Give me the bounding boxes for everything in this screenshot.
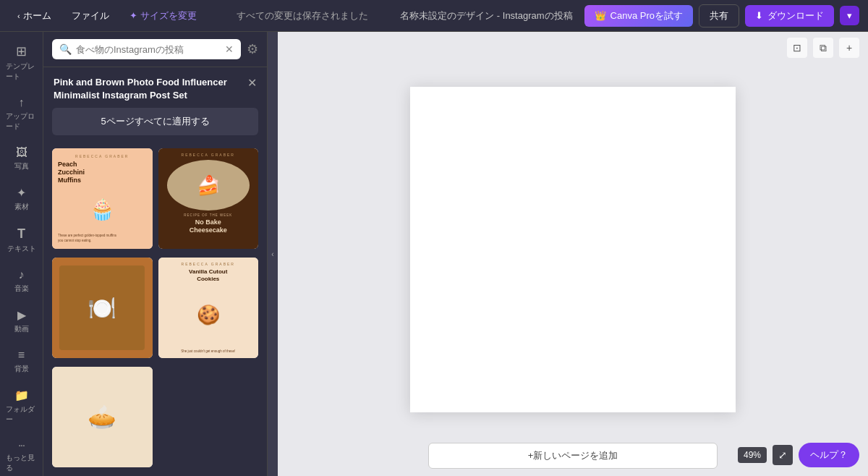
zoom-fit-button[interactable]: ⤢ <box>773 445 793 465</box>
close-template-set-button[interactable]: ✕ <box>247 76 257 90</box>
search-bar: 🔍 ✕ ⚙ <box>43 32 267 67</box>
main-content: ⊞ テンプレート ↑ アップロード 🖼 写真 ✦ 素材 T テキスト ♪ 音楽 … <box>0 32 868 476</box>
template-icon: ⊞ <box>16 43 27 59</box>
template-thumbnail-2[interactable]: REBECCA GRABER 🍰 RECIPE OF THE WEEK No B… <box>158 148 259 249</box>
filter-button[interactable]: ⚙ <box>247 41 258 57</box>
background-icon: ≡ <box>18 349 25 362</box>
sidebar-item-more[interactable]: ··· もっと見る <box>3 433 41 476</box>
canvas-page[interactable] <box>410 87 736 412</box>
sidebar-icons: ⊞ テンプレート ↑ アップロード 🖼 写真 ✦ 素材 T テキスト ♪ 音楽 … <box>0 32 43 476</box>
canvas-toolbar: ⊡ ⧉ + <box>278 32 868 64</box>
pro-trial-button[interactable]: 👑 Canva Proを試す <box>584 5 693 27</box>
sidebar-item-elements[interactable]: ✦ 素材 <box>3 180 41 218</box>
zoom-level-display: 49% <box>738 447 767 463</box>
file-button[interactable]: ファイル <box>63 5 118 27</box>
share-button[interactable]: 共有 <box>699 4 739 27</box>
help-button[interactable]: ヘルプ？ <box>799 443 859 467</box>
add-element-button[interactable]: + <box>839 38 859 58</box>
template-set-header: Pink and Brown Photo Food Influencer Min… <box>43 67 267 108</box>
crown-icon: 👑 <box>595 10 606 21</box>
collapse-icon: ‹ <box>271 250 273 258</box>
search-input-wrap[interactable]: 🔍 ✕ <box>52 39 241 59</box>
sidebar-item-background[interactable]: ≡ 背景 <box>3 343 41 380</box>
add-page-button[interactable]: +新しいページを追加 <box>428 443 718 469</box>
canvas-wrap <box>278 64 868 435</box>
template-thumbnail-1[interactable]: REBECCA GRABER PeachZucchiniMuffins 🧁 Th… <box>52 148 153 249</box>
text-icon: T <box>17 226 25 242</box>
clear-search-button[interactable]: ✕ <box>225 43 234 55</box>
resize-icon: ✦ <box>129 10 137 21</box>
template-thumbnail-5[interactable]: 🥧 <box>52 367 153 467</box>
sidebar-item-music[interactable]: ♪ 音楽 <box>3 263 41 299</box>
copy-icon: ⧉ <box>820 42 827 54</box>
music-icon: ♪ <box>19 268 25 281</box>
sidebar-item-template[interactable]: ⊞ テンプレート <box>3 38 41 88</box>
save-status: すべての変更は保存されました <box>237 9 368 22</box>
template-panel: 🔍 ✕ ⚙ Pink and Brown Photo Food Influenc… <box>43 32 268 476</box>
resize-button[interactable]: ✦ サイズを変更 <box>121 5 205 27</box>
templates-grid: REBECCA GRABER PeachZucchiniMuffins 🧁 Th… <box>43 143 267 476</box>
template-set-title: Pink and Brown Photo Food Influencer Min… <box>54 76 247 102</box>
photo-icon: 🖼 <box>16 146 27 159</box>
sidebar-item-folder[interactable]: 📁 フォルダー <box>3 383 41 430</box>
folder-icon: 📁 <box>14 388 29 402</box>
more-icon: ··· <box>18 439 25 451</box>
apply-all-pages-button[interactable]: 5ページすべてに適用する <box>52 108 258 135</box>
chevron-down-icon: ▾ <box>847 10 852 21</box>
template-thumbnail-4[interactable]: REBECCA GRABER Vanilla CutoutCookies 🍪 S… <box>158 258 259 358</box>
search-input[interactable] <box>76 44 221 55</box>
frame-tool-button[interactable]: ⊡ <box>787 38 807 58</box>
sidebar-item-video[interactable]: ▶ 動画 <box>3 302 41 340</box>
download-dropdown-button[interactable]: ▾ <box>840 6 859 25</box>
back-arrow-icon: ‹ <box>17 12 20 20</box>
plus-icon: + <box>846 42 852 54</box>
top-navigation: ‹ ホーム ファイル ✦ サイズを変更 すべての変更は保存されました 名称未設定… <box>0 0 868 32</box>
home-button[interactable]: ‹ ホーム <box>9 5 60 27</box>
collapse-panel-handle[interactable]: ‹ <box>268 32 278 476</box>
elements-icon: ✦ <box>17 186 26 200</box>
bottom-right-controls: 49% ⤢ ヘルプ？ <box>738 443 859 467</box>
search-icon: 🔍 <box>59 43 72 55</box>
frame-icon: ⊡ <box>793 42 801 54</box>
template-thumbnail-3[interactable]: 🍽️ <box>52 258 153 358</box>
canvas-area: ⊡ ⧉ + +新しいページを追加 <box>278 32 868 476</box>
copy-tool-button[interactable]: ⧉ <box>813 38 833 58</box>
upload-icon: ↑ <box>19 96 25 109</box>
download-button[interactable]: ⬇ ダウンロード <box>745 5 834 27</box>
download-icon: ⬇ <box>755 10 763 21</box>
sidebar-item-upload[interactable]: ↑ アップロード <box>3 90 41 137</box>
sidebar-item-photo[interactable]: 🖼 写真 <box>3 140 41 177</box>
video-icon: ▶ <box>17 308 26 322</box>
design-title: 名称未設定のデザイン - Instagramの投稿 <box>400 9 572 22</box>
zoom-fit-icon: ⤢ <box>778 449 787 461</box>
sidebar-item-text[interactable]: T テキスト <box>3 221 41 260</box>
